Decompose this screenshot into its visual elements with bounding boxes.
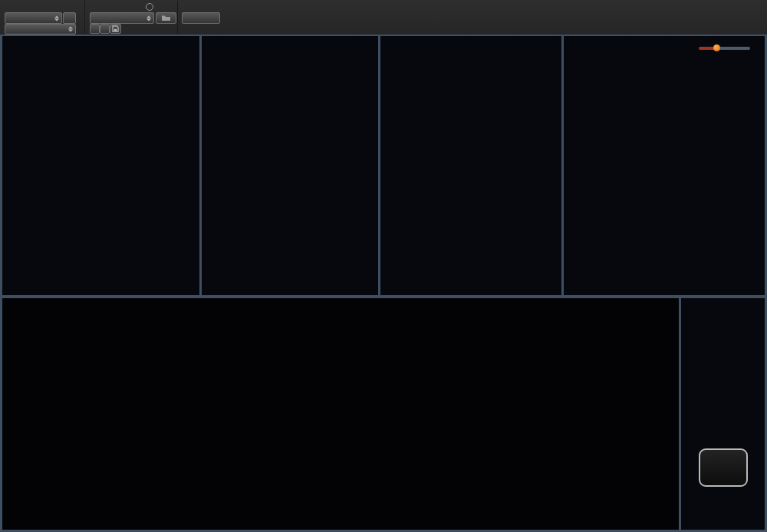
spectrogram-panel bbox=[2, 298, 679, 530]
goniometer-canvas bbox=[564, 36, 765, 295]
preset-menu-icon[interactable] bbox=[146, 3, 153, 11]
spectrogram-canvas bbox=[2, 320, 679, 530]
bypass-button[interactable] bbox=[182, 12, 220, 24]
phase-panel bbox=[564, 36, 765, 295]
loudness-panel bbox=[202, 36, 378, 295]
slider-knob[interactable] bbox=[713, 44, 720, 51]
preset-selector[interactable] bbox=[90, 12, 154, 24]
monitor-panel bbox=[681, 298, 765, 530]
plugin-host-topbar bbox=[0, 0, 767, 34]
fx-button[interactable] bbox=[63, 12, 76, 24]
spectro-toolbar bbox=[2, 302, 679, 315]
folder-icon bbox=[161, 15, 171, 21]
loudness-meters-canvas bbox=[202, 36, 378, 295]
bit-meter-panel bbox=[380, 36, 561, 295]
plugin-selector[interactable] bbox=[5, 24, 76, 34]
save-preset-button[interactable] bbox=[110, 24, 121, 34]
save-icon bbox=[112, 25, 119, 32]
hawkeye-analyzer-window bbox=[0, 0, 767, 532]
bit-meter-canvas bbox=[380, 36, 561, 295]
level-meter-panel bbox=[2, 36, 199, 295]
integration-slider[interactable] bbox=[699, 47, 750, 50]
preset-next-button[interactable] bbox=[100, 24, 110, 34]
updown-arrows-icon bbox=[68, 27, 73, 32]
topbar-divider bbox=[177, 1, 178, 34]
updown-arrows-icon bbox=[54, 15, 59, 21]
spl-logo bbox=[699, 448, 748, 487]
updown-arrows-icon bbox=[146, 15, 151, 21]
preset-prev-button[interactable] bbox=[90, 24, 100, 34]
topbar-divider bbox=[84, 1, 85, 34]
track-selector[interactable] bbox=[5, 12, 62, 24]
auto-folder-button[interactable] bbox=[156, 12, 176, 24]
level-meters-canvas bbox=[2, 36, 199, 295]
